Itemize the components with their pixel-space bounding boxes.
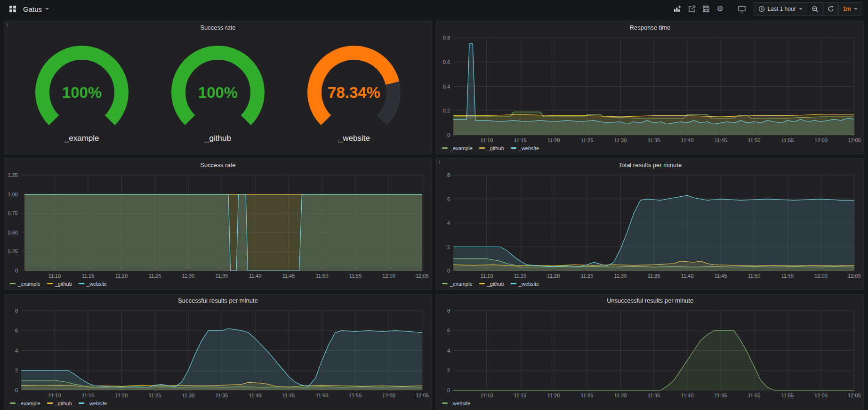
panel-title[interactable]: Successful results per minute (4, 294, 432, 307)
legend-item-_github[interactable]: _github (47, 401, 72, 406)
gauge-arc: 78.34% (297, 42, 410, 134)
save-button[interactable] (699, 2, 713, 16)
chart-canvas[interactable]: 00.250.500.751.001.2511:1011:1511:2011:2… (4, 171, 432, 280)
chart-canvas[interactable]: 0246811:1011:1511:2011:2511:3011:3511:40… (436, 307, 864, 400)
legend: _example_github_website (4, 280, 432, 289)
x-axis-tick-label: 11:10 (481, 273, 493, 279)
legend-item-_github[interactable]: _github (47, 281, 72, 287)
legend-series-name: _website (519, 281, 539, 287)
x-axis-tick-label: 11:35 (648, 393, 660, 398)
settings-gear-icon[interactable]: ⚙ (713, 2, 727, 16)
response-time-chart[interactable]: 00.20.40.60.811:1011:1511:2011:2511:3011… (436, 34, 864, 145)
x-axis-tick-label: 11:10 (48, 273, 61, 279)
x-axis-tick-label: 12:00 (814, 273, 828, 279)
legend-item-_example[interactable]: _example (442, 145, 473, 151)
legend-item-_website[interactable]: _website (511, 281, 539, 287)
add-panel-button[interactable] (671, 2, 685, 16)
x-axis-tick-label: 11:35 (648, 273, 660, 279)
success-rate-chart[interactable]: 00.250.500.751.001.2511:1011:1511:2011:2… (4, 171, 432, 280)
y-axis-tick-label: 0 (15, 268, 18, 273)
share-button[interactable] (685, 2, 699, 16)
gauge-arc: 100% (25, 42, 138, 134)
legend: _example_github_website (4, 400, 432, 409)
gauge-value: 100% (62, 84, 101, 101)
x-axis-tick-label: 11:15 (514, 137, 527, 143)
legend-series-name: _website (519, 145, 539, 151)
x-axis-tick-label: 11:40 (249, 393, 262, 398)
x-axis-tick-label: 11:25 (581, 273, 594, 279)
dashboard-grid: i Success rate 100% _example 100% _githu… (0, 18, 868, 410)
x-axis-tick-label: 11:10 (481, 393, 493, 398)
x-axis-tick-label: 11:25 (149, 273, 161, 279)
panel-unsuccessful-results: Unsuccessful results per minute 0246811:… (436, 294, 864, 410)
x-axis-tick-label: 11:20 (547, 137, 560, 143)
x-axis-tick-label: 12:00 (382, 273, 395, 279)
legend-item-_website[interactable]: _website (442, 401, 470, 406)
x-axis-tick-label: 11:45 (715, 137, 727, 143)
legend-swatch-icon (479, 147, 485, 149)
legend-item-_example[interactable]: _example (442, 281, 473, 287)
x-axis-tick-label: 12:00 (814, 137, 828, 143)
refresh-icon (828, 6, 834, 12)
y-axis-tick-label: 6 (447, 328, 450, 333)
gauge-github: 100% _github (161, 42, 274, 143)
legend-swatch-icon (442, 147, 448, 149)
y-axis-tick-label: 0.8 (443, 35, 450, 40)
time-range-picker[interactable]: Last 1 hour (754, 2, 807, 16)
x-axis-tick-label: 11:15 (82, 273, 95, 279)
legend-series-name: _github (487, 145, 504, 151)
x-axis-tick-label: 11:15 (514, 273, 527, 279)
x-axis-tick-label: 11:35 (216, 273, 228, 279)
legend-item-_website[interactable]: _website (79, 401, 107, 406)
panel-info-icon[interactable]: i (439, 160, 440, 165)
dashboard-title[interactable]: Gatus (23, 5, 42, 13)
legend-item-_website[interactable]: _website (511, 145, 539, 151)
y-axis-tick-label: 4 (15, 348, 18, 354)
legend-swatch-icon (511, 283, 516, 284)
tv-mode-button[interactable] (735, 2, 749, 16)
gauge-arc: 100% (161, 42, 274, 134)
chart-canvas[interactable]: 0246811:1011:1511:2011:2511:3011:3511:40… (436, 171, 864, 280)
x-axis-tick-label: 11:45 (715, 273, 727, 279)
x-axis-tick-label: 11:55 (781, 137, 794, 143)
successful-results-chart[interactable]: 0246811:1011:1511:2011:2511:3011:3511:40… (4, 307, 432, 400)
x-axis-tick-label: 11:30 (614, 137, 627, 143)
legend-series-name: _website (87, 401, 107, 406)
panel-title[interactable]: Response time (436, 21, 864, 34)
legend-item-_github[interactable]: _github (479, 281, 504, 287)
legend-swatch-icon (47, 283, 53, 284)
panel-title[interactable]: Success rate (4, 21, 432, 34)
x-axis-tick-label: 11:40 (249, 273, 262, 279)
panel-title[interactable]: Success rate (4, 159, 432, 171)
chart-canvas[interactable]: 00.20.40.60.811:1011:1511:2011:2511:3011… (436, 34, 864, 145)
y-axis-tick-label: 8 (15, 308, 18, 314)
panel-title[interactable]: Total results per minute (436, 159, 864, 171)
panel-info-icon[interactable]: i (7, 22, 8, 27)
legend-item-_example[interactable]: _example (10, 401, 40, 406)
dashboard-grid-icon[interactable] (6, 2, 20, 16)
chart-canvas[interactable]: 0246811:1011:1511:2011:2511:3011:3511:40… (4, 307, 432, 400)
x-axis-tick-label: 11:10 (481, 137, 493, 143)
navbar-left: Gatus (6, 2, 49, 16)
refresh-button[interactable] (823, 2, 839, 16)
unsuccessful-results-chart[interactable]: 0246811:1011:1511:2011:2511:3011:3511:40… (436, 307, 864, 400)
zoom-out-button[interactable] (807, 2, 823, 16)
legend-item-_github[interactable]: _github (479, 145, 504, 151)
panel-title[interactable]: Unsuccessful results per minute (436, 294, 864, 307)
x-axis-tick-label: 11:50 (316, 273, 329, 279)
legend-series-name: _website (450, 401, 470, 406)
x-axis-tick-label: 11:50 (748, 273, 761, 279)
legend: _example_github_website (436, 145, 864, 154)
total-results-chart[interactable]: 0246811:1011:1511:2011:2511:3011:3511:40… (436, 171, 864, 280)
x-axis-tick-label: 11:25 (581, 393, 594, 398)
y-axis-tick-label: 0 (447, 387, 450, 393)
x-axis-tick-label: 11:10 (48, 393, 61, 398)
x-axis-tick-label: 11:35 (216, 393, 228, 398)
gauge-example: 100% _example (25, 42, 138, 143)
caret-down-icon (45, 8, 49, 10)
legend-item-_website[interactable]: _website (79, 281, 107, 287)
legend-item-_example[interactable]: _example (10, 281, 40, 287)
gauge-row: 100% _example 100% _github 78.34% _websi… (4, 34, 432, 154)
refresh-interval-picker[interactable]: 1m (838, 2, 862, 16)
x-axis-tick-label: 12:05 (848, 393, 861, 398)
